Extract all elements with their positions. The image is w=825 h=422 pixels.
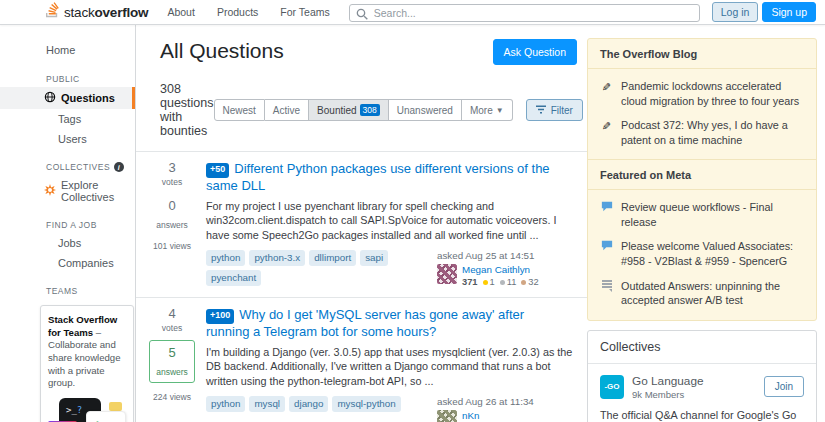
globe-icon: [44, 91, 56, 105]
blog-item[interactable]: ✎ Pandemic lockdowns accelerated cloud m…: [600, 74, 804, 113]
sidebar-section-collectives: COLLECTIVES i: [0, 159, 135, 175]
join-button[interactable]: Join: [764, 376, 804, 397]
filter-button[interactable]: Filter: [526, 99, 583, 121]
comment-icon: [600, 239, 613, 268]
asked-timestamp: asked Aug 26 at 11:34: [437, 396, 577, 407]
explore-collectives-label: Explore Collectives: [61, 179, 135, 203]
auth-buttons: Log in Sign up: [712, 2, 816, 22]
pencil-icon: ✎: [600, 79, 613, 108]
collective-members: 9k Members: [632, 389, 704, 400]
tab-unanswered[interactable]: Unanswered: [389, 99, 462, 122]
sidebar-item-jobs[interactable]: Jobs: [0, 233, 135, 253]
bronze-badge-icon: [521, 280, 526, 285]
vote-count: 4: [168, 307, 175, 322]
filter-button-label: Filter: [551, 105, 573, 116]
tag[interactable]: python: [206, 396, 245, 412]
question-row: 4 votes 5 answers 224 views +100Why do I…: [136, 297, 587, 422]
stack-exchange-icon: [600, 279, 613, 308]
main-content: All Questions Ask Question 308 questions…: [136, 25, 587, 422]
question-title-link[interactable]: Why do I get 'MySQL server has gone away…: [206, 307, 524, 339]
collective-item: -GO Go Language 9k Members Join The offi…: [588, 364, 816, 422]
sidebar-item-tags[interactable]: Tags: [0, 109, 135, 129]
chat-bubble-icon: [109, 402, 122, 411]
view-count: 224 views: [153, 392, 191, 402]
nav-link-about[interactable]: About: [156, 2, 205, 22]
asked-timestamp: asked Aug 25 at 14:51: [437, 250, 577, 261]
tab-bountied[interactable]: Bountied308: [309, 99, 389, 122]
top-navigation-bar: stackoverflow About Products For Teams L…: [0, 0, 825, 25]
tag[interactable]: sapi: [360, 250, 388, 266]
teams-promo-text: Stack Overflow for Teams – Collaborate a…: [48, 314, 126, 390]
tag[interactable]: mysql-python: [332, 396, 400, 412]
log-in-button[interactable]: Log in: [712, 2, 759, 22]
avatar[interactable]: [437, 410, 457, 422]
tab-active[interactable]: Active: [265, 99, 309, 122]
tab-newest[interactable]: Newest: [214, 99, 265, 122]
search-icon: [356, 6, 368, 24]
sidebar-item-companies[interactable]: Companies: [0, 253, 135, 273]
info-icon[interactable]: i: [114, 162, 124, 172]
filter-tabs: Newest Active Bountied308 Unanswered Mor…: [214, 99, 513, 122]
question-tags: python python-3.x dllimport sapi pyencha…: [206, 250, 437, 287]
sidebar-item-questions[interactable]: Questions: [0, 87, 135, 109]
tag[interactable]: python: [206, 250, 245, 266]
avatar[interactable]: [437, 264, 457, 284]
user-reputation: 371 1 11 32: [462, 277, 539, 287]
tab-more[interactable]: More▼: [462, 99, 513, 122]
sign-up-button[interactable]: Sign up: [762, 2, 816, 22]
right-sidebar: The Overflow Blog ✎ Pandemic lockdowns a…: [587, 25, 825, 422]
overflow-blog-header: The Overflow Blog: [588, 39, 816, 68]
vote-count: 3: [168, 161, 175, 176]
collectives-star-icon: [44, 184, 56, 198]
meta-item[interactable]: Outdated Answers: unpinning the accepted…: [600, 274, 804, 313]
question-stats: 4 votes 5 answers 224 views: [146, 307, 198, 422]
sidebar-item-explore-collectives[interactable]: Explore Collectives: [0, 175, 135, 207]
stackoverflow-logo-icon: [46, 2, 60, 22]
stackoverflow-logo[interactable]: stackoverflow: [46, 2, 148, 22]
sidebar-section-find-a-job: FIND A JOB: [0, 217, 135, 233]
bountied-count-badge: 308: [360, 104, 380, 117]
votes-label: votes: [162, 323, 182, 333]
question-list: 3 votes 0 answers 101 views +50Different…: [136, 151, 587, 422]
blog-item[interactable]: ✎ Podcast 372: Why yes, I do have a pate…: [600, 113, 804, 152]
meta-item[interactable]: Please welcome Valued Associates: #958 -…: [600, 234, 804, 273]
sidebar-item-users[interactable]: Users: [0, 129, 135, 149]
question-excerpt: For my project I use pyenchant library f…: [206, 199, 577, 242]
view-count: 101 views: [153, 241, 191, 251]
search-bar: [349, 3, 700, 22]
top-nav-links: About Products For Teams: [156, 2, 340, 22]
sidebar-section-public: PUBLIC: [0, 71, 135, 87]
tag[interactable]: dllimport: [309, 250, 356, 266]
user-name-link[interactable]: Megan Caithlyn: [462, 264, 539, 276]
ask-question-button[interactable]: Ask Question: [493, 39, 577, 65]
tag[interactable]: pyenchant: [206, 270, 261, 286]
bounty-badge: +100: [206, 309, 234, 324]
featured-on-meta-header: Featured on Meta: [588, 159, 816, 189]
meta-item[interactable]: Review queue workflows - Final release: [600, 195, 804, 234]
teams-illustration: >_? ✓ Free: [48, 397, 126, 422]
sidebar-section-teams: TEAMS: [0, 283, 135, 299]
question-stats: 3 votes 0 answers 101 views: [146, 161, 198, 287]
sidebar-item-home[interactable]: Home: [0, 40, 135, 60]
nav-link-for-teams[interactable]: For Teams: [269, 2, 340, 22]
nav-link-products[interactable]: Products: [206, 2, 269, 22]
tag[interactable]: django: [289, 396, 328, 412]
tag[interactable]: python-3.x: [249, 250, 305, 266]
question-count: 308 questions with bounties: [160, 82, 214, 138]
filter-funnel-icon: [536, 105, 546, 116]
tag[interactable]: mysql: [249, 396, 285, 412]
search-input[interactable]: [349, 4, 700, 22]
comment-icon: [600, 200, 613, 229]
question-title-link[interactable]: Different Python packages use different …: [206, 161, 550, 193]
overflow-blog-module: The Overflow Blog ✎ Pandemic lockdowns a…: [587, 38, 817, 321]
user-name-link[interactable]: nKn: [462, 410, 547, 422]
question-excerpt: I'm building a Django (ver. 3.0.5) app t…: [206, 345, 577, 388]
silver-badge-icon: [500, 280, 505, 285]
chevron-down-icon: ▼: [496, 106, 504, 115]
collectives-section-label: COLLECTIVES: [46, 162, 110, 172]
collective-name-link[interactable]: Go Language: [632, 374, 704, 388]
page-title: All Questions: [160, 39, 284, 63]
tab-more-label: More: [470, 105, 493, 116]
teams-promo-card: Stack Overflow for Teams – Collaborate a…: [40, 305, 134, 422]
question-tags: python mysql django mysql-python: [206, 396, 401, 422]
